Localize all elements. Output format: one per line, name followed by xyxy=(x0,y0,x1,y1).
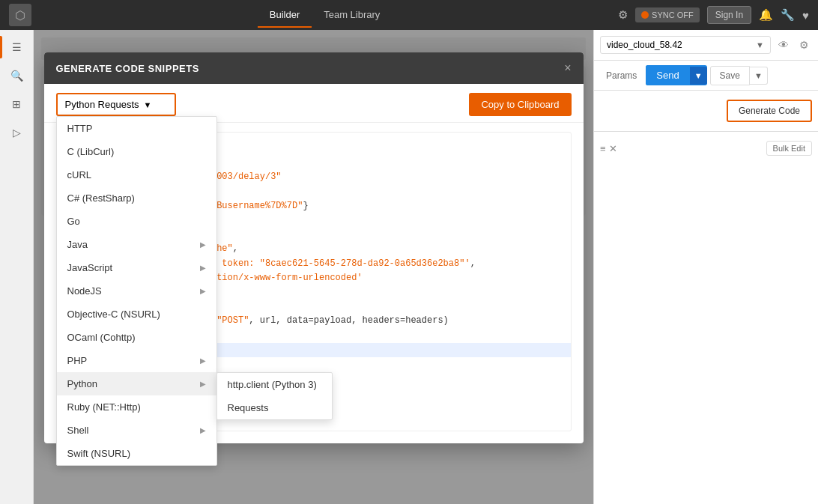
lang-item-ruby[interactable]: Ruby (NET::Http) xyxy=(57,395,216,419)
php-chevron: ▶ xyxy=(200,356,206,365)
lang-item-javascript[interactable]: JavaScript ▶ xyxy=(57,256,216,279)
lang-item-ocaml[interactable]: OCaml (Cohttp) xyxy=(57,326,216,349)
save-dropdown-button[interactable]: ▼ xyxy=(750,67,768,85)
env-label: video_cloud_58.42 xyxy=(607,40,682,50)
save-button-group: Save ▼ xyxy=(710,66,768,85)
heart-icon[interactable]: ♥ xyxy=(802,9,809,22)
save-button[interactable]: Save xyxy=(710,66,750,85)
settings-icon[interactable]: ⚙ xyxy=(618,8,628,22)
tab-team-library[interactable]: Team Library xyxy=(312,3,392,28)
active-bar xyxy=(0,36,2,58)
js-label: JavaScript xyxy=(67,262,113,273)
send-dropdown-button[interactable]: ▼ xyxy=(690,67,707,85)
modal-overlay: GENERATE CODE SNIPPETS × Python Requests… xyxy=(34,30,593,504)
main-area: ☰ 🔍 ⊞ ▷ GENERATE CODE SNIPPETS × xyxy=(0,30,818,504)
java-chevron: ▶ xyxy=(200,240,206,249)
content-area: GENERATE CODE SNIPPETS × Python Requests… xyxy=(34,30,593,504)
lang-item-objc[interactable]: Objective-C (NSURL) xyxy=(57,303,216,326)
selected-language-label: Python Requests xyxy=(65,99,139,110)
chevron-down-icon: ▼ xyxy=(144,100,152,109)
signin-button[interactable]: Sign In xyxy=(707,6,751,24)
lang-item-csharp[interactable]: C# (RestSharp) xyxy=(57,186,216,210)
python-label: Python xyxy=(67,378,97,389)
modal-close-button[interactable]: × xyxy=(564,61,571,75)
app-logo: ⬡ xyxy=(9,4,31,26)
lang-item-shell[interactable]: Shell ▶ xyxy=(57,419,216,442)
lang-item-swift[interactable]: Swift (NSURL) xyxy=(57,442,216,465)
nodejs-chevron: ▶ xyxy=(200,287,206,295)
lang-item-php[interactable]: PHP ▶ xyxy=(57,349,216,372)
nav-icons: ⚙ SYNC OFF Sign In 🔔 🔧 ♥ xyxy=(618,6,809,24)
python-chevron: ▶ xyxy=(200,380,206,388)
right-panel-toolbar: video_cloud_58.42 ▼ 👁 ⚙ xyxy=(594,30,818,61)
submenu-python3[interactable]: http.client (Python 3) xyxy=(217,373,332,396)
js-chevron: ▶ xyxy=(200,264,206,272)
params-button[interactable]: Params xyxy=(600,67,643,84)
sidebar-icon-2[interactable]: 🔍 xyxy=(5,64,28,87)
nodejs-label: NodeJS xyxy=(67,285,102,297)
php-label: PHP xyxy=(67,355,88,366)
top-navigation: ⬡ Builder Team Library ⚙ SYNC OFF Sign I… xyxy=(0,0,818,30)
shell-chevron: ▶ xyxy=(200,426,206,434)
env-chevron-icon: ▼ xyxy=(756,40,764,49)
generate-code-modal: GENERATE CODE SNIPPETS × Python Requests… xyxy=(44,52,584,443)
language-selector-wrap: Python Requests ▼ HTTP C (LibCurl) cURL … xyxy=(56,93,176,116)
right-panel: video_cloud_58.42 ▼ 👁 ⚙ Params Send ▼ Sa… xyxy=(593,30,818,504)
modal-header: GENERATE CODE SNIPPETS × xyxy=(44,52,584,84)
lang-item-java[interactable]: Java ▶ xyxy=(57,233,216,256)
nav-tabs: Builder Team Library xyxy=(43,3,606,28)
sidebar-icon-1[interactable]: ☰ xyxy=(5,36,28,58)
lang-item-nodejs[interactable]: NodeJS ▶ xyxy=(57,279,216,303)
java-label: Java xyxy=(67,239,88,250)
modal-title: GENERATE CODE SNIPPETS xyxy=(56,63,199,74)
bell-icon[interactable]: 🔔 xyxy=(759,8,773,22)
sidebar-icon-4[interactable]: ▷ xyxy=(5,121,28,144)
rows-icon[interactable]: ≡ xyxy=(600,143,606,154)
sync-label: SYNC OFF xyxy=(652,10,694,19)
lang-item-python[interactable]: Python ▶ http.client (Python 3) Requests xyxy=(57,372,216,395)
gear-icon[interactable]: ⚙ xyxy=(796,36,812,54)
close-icon[interactable]: ✕ xyxy=(609,143,617,154)
sync-button[interactable]: SYNC OFF xyxy=(635,7,700,22)
sync-indicator xyxy=(641,11,649,19)
modal-top-bar: Python Requests ▼ HTTP C (LibCurl) cURL … xyxy=(44,84,584,123)
right-panel-body: ≡ ✕ Bulk Edit xyxy=(594,132,818,504)
generate-code-button[interactable]: Generate Code xyxy=(727,100,812,122)
language-selector[interactable]: Python Requests ▼ xyxy=(56,93,176,116)
wrench-icon[interactable]: 🔧 xyxy=(781,8,795,22)
environment-selector[interactable]: video_cloud_58.42 ▼ xyxy=(600,36,771,54)
lang-item-clibcurl[interactable]: C (LibCurl) xyxy=(57,140,216,163)
lang-item-go[interactable]: Go xyxy=(57,210,216,233)
shell-label: Shell xyxy=(67,425,89,436)
send-button[interactable]: Send xyxy=(646,65,689,85)
eye-icon[interactable]: 👁 xyxy=(775,36,792,54)
python-submenu: http.client (Python 3) Requests xyxy=(216,372,333,420)
left-sidebar: ☰ 🔍 ⊞ ▷ xyxy=(0,30,34,504)
lang-item-curl[interactable]: cURL xyxy=(57,163,216,186)
generate-code-section: Generate Code xyxy=(594,91,818,132)
submenu-requests[interactable]: Requests xyxy=(217,396,332,419)
copy-to-clipboard-button[interactable]: Copy to Clipboard xyxy=(469,93,571,116)
language-dropdown-menu: HTTP C (LibCurl) cURL C# (RestSharp) Go … xyxy=(56,116,217,466)
lang-item-http[interactable]: HTTP xyxy=(57,117,216,140)
send-button-group: Send ▼ xyxy=(646,65,706,85)
bulk-edit-button[interactable]: Bulk Edit xyxy=(766,141,812,156)
action-buttons: Params Send ▼ Save ▼ xyxy=(594,61,818,91)
tab-builder[interactable]: Builder xyxy=(258,3,312,28)
sidebar-icon-3[interactable]: ⊞ xyxy=(5,93,28,115)
row-actions: ≡ ✕ Bulk Edit xyxy=(600,138,812,159)
